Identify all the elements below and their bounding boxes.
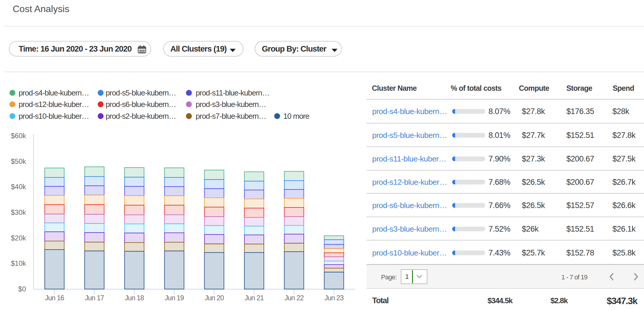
svg-text:Jun 22: Jun 22 — [285, 294, 304, 302]
svg-text:$30k: $30k — [11, 209, 26, 216]
svg-text:Jun 23: Jun 23 — [324, 294, 344, 302]
svg-text:Jun 19: Jun 19 — [165, 294, 184, 302]
svg-text:$60k: $60k — [11, 132, 26, 140]
svg-text:Jun 17: Jun 17 — [85, 294, 104, 302]
svg-text:$0: $0 — [18, 285, 26, 293]
svg-text:Jun 16: Jun 16 — [45, 294, 64, 302]
svg-text:$20k: $20k — [11, 234, 26, 242]
svg-text:$50k: $50k — [11, 158, 26, 165]
svg-text:$40k: $40k — [11, 183, 26, 191]
svg-text:Jun 21: Jun 21 — [245, 294, 264, 302]
svg-text:Jun 18: Jun 18 — [125, 294, 144, 302]
svg-text:$10k: $10k — [11, 260, 26, 267]
svg-text:Jun 20: Jun 20 — [205, 294, 224, 302]
